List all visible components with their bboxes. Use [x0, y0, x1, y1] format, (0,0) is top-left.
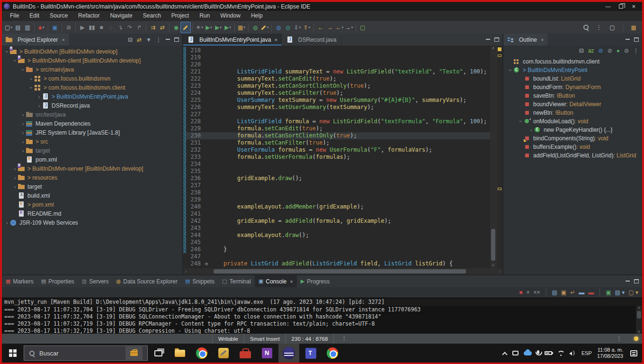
code-line[interactable]: 241 [183, 210, 490, 218]
onedrive-icon[interactable] [524, 351, 532, 355]
menu-file[interactable]: File [5, 11, 24, 20]
taskbar-app-chrome-2[interactable] [322, 344, 343, 363]
menu-run[interactable]: Run [194, 11, 215, 20]
maximize-panel-button[interactable] [634, 279, 639, 283]
pin-console-button[interactable]: ▣ [606, 290, 611, 295]
disconnect-button[interactable]: ◌ [106, 22, 116, 33]
save-all-button[interactable]: ▥ [23, 22, 32, 33]
remove-launch-button[interactable]: × [526, 290, 529, 295]
step-over-button[interactable]: ↷ [125, 22, 134, 33]
menu-edit[interactable]: Edit [24, 11, 45, 20]
menu-project[interactable]: Project [166, 11, 194, 20]
expand-chevron-icon[interactable]: › [36, 103, 42, 109]
tree-item[interactable]: ›DSRecord.java [2, 101, 182, 110]
tree-item[interactable]: ›> BuiltInDsMvn-client [BuiltInDsMvn dev… [2, 56, 182, 65]
record-snapshot-button[interactable]: ◉ [171, 22, 181, 33]
taskbar-app-onenote[interactable] [257, 344, 277, 363]
status-overflow-icon[interactable]: ⋮ [609, 336, 629, 342]
back-history-button[interactable]: ← [316, 22, 325, 33]
tree-item[interactable]: pom.xml [2, 155, 182, 164]
outline-item[interactable]: newBtn : IButton [503, 109, 642, 117]
scroll-lock-button[interactable]: ▣ [561, 290, 566, 295]
tree-item[interactable]: > pom.xml [2, 200, 182, 209]
code-line[interactable]: 235 [183, 168, 490, 175]
outline-item[interactable]: ›> BuiltInDsMvnEntryPoint [503, 66, 642, 74]
tree-item[interactable]: ›> BuiltInDsMvn-server [BuiltInDsMvn dev… [2, 164, 182, 173]
code-line[interactable]: 246 } [183, 246, 490, 253]
code-line[interactable]: 226 summaryText.setUserSummary(textSumma… [183, 104, 490, 111]
tree-item[interactable]: ›JSR-109 Web Services [2, 218, 182, 227]
open-console-button[interactable]: ▢ ▾ [628, 290, 638, 295]
code-line[interactable]: 220 [183, 61, 490, 68]
editor-tab[interactable]: DSRecord.java [282, 34, 341, 46]
tab-console[interactable]: ▣Console× [255, 275, 297, 287]
tab-properties[interactable]: ▤Properties [37, 275, 78, 287]
tree-item[interactable]: ›target [2, 182, 182, 191]
outline-item[interactable]: boundViewer : DetailViewer [503, 100, 642, 109]
tab-terminal[interactable]: ▢Terminal [218, 275, 255, 287]
code-line[interactable]: 218 [183, 47, 490, 54]
tree-item[interactable]: ›> com.focuss.builtindsmvn [2, 74, 182, 83]
tree-item[interactable]: build.xml [2, 191, 182, 200]
start-button[interactable] [2, 344, 24, 363]
outline-item[interactable]: ›onModuleLoad() : void [503, 117, 642, 126]
fold-marker-icon[interactable]: ⊖ [203, 260, 210, 267]
tree-item[interactable]: ›JRE System Library [JavaSE-1.8] [2, 128, 182, 137]
terminate-button[interactable]: ■ [519, 290, 522, 295]
taskbar-app-toolbox[interactable] [235, 344, 256, 363]
menu-source[interactable]: Source [45, 11, 73, 20]
code-line[interactable]: 221 ListGridField summaryText = new List… [183, 68, 490, 75]
code-line[interactable]: 219 [183, 54, 490, 61]
code-area[interactable]: 218219220221 ListGridField summaryText =… [183, 46, 490, 268]
open-task-button[interactable]: ◍ [250, 22, 260, 33]
word-wrap-button[interactable]: ↵ [570, 290, 575, 295]
expand-chevron-icon[interactable]: › [20, 139, 26, 145]
search-button[interactable] [581, 22, 590, 33]
menu-search[interactable]: Search [138, 11, 166, 20]
menu-window[interactable]: Window [215, 11, 246, 20]
scroll-right-icon[interactable]: › [497, 269, 502, 274]
back-button[interactable]: ←▾ [335, 22, 344, 33]
tab-markers[interactable]: ▦Markers [2, 275, 37, 287]
resume-button[interactable]: ▶ [78, 22, 87, 33]
action-center-icon[interactable] [630, 350, 637, 356]
code-line[interactable]: 238 [183, 189, 490, 196]
tree-item[interactable]: ›> BuiltInDsMvn [BuiltInDsMvn develop] [2, 47, 182, 56]
tab-project-explorer[interactable]: Project Explorer × [2, 34, 69, 46]
code-line[interactable]: 228 ListGridField formula = new ListGrid… [183, 118, 490, 125]
hide-non-public-icon[interactable]: ● [617, 48, 620, 54]
minimize-panel-button[interactable] [626, 280, 630, 283]
close-tab-icon[interactable]: × [290, 279, 293, 284]
tree-item[interactable]: README.md [2, 209, 182, 218]
hide-local-types-icon[interactable]: ⊘ [624, 48, 629, 54]
run-button[interactable]: ▶▾ [204, 22, 214, 33]
export-button[interactable]: ⇧▾ [302, 22, 312, 33]
language-indicator[interactable]: ESP [581, 350, 592, 356]
scroll-up-icon[interactable]: ∧ [638, 306, 641, 310]
expand-chevron-icon[interactable]: › [20, 112, 26, 118]
save-button[interactable]: ▤ [13, 22, 23, 33]
taskbar-app-teams[interactable] [300, 344, 321, 363]
tree-item[interactable]: ›> src [2, 137, 182, 146]
import-button[interactable]: ⇩▾ [293, 22, 302, 33]
expand-chevron-icon[interactable]: › [36, 94, 42, 100]
editor-tab[interactable]: BuiltInDsMvnEntryPoint.java× [183, 34, 282, 46]
minimize-view-button[interactable] [166, 38, 170, 42]
tree-item[interactable]: ›> resources [2, 173, 182, 182]
remove-all-terminated-button[interactable]: ×× [533, 290, 540, 295]
scroll-down-icon[interactable]: ∨ [638, 329, 641, 334]
outline-item[interactable]: boundList : ListGrid [503, 74, 642, 83]
code-line[interactable]: 237 [183, 182, 490, 189]
code-line[interactable]: 231 formula.setCanFilter(true); [183, 139, 490, 146]
overview-marker[interactable] [498, 47, 501, 51]
taskbar-app-db-tool[interactable] [213, 344, 234, 363]
skip-breakpoints-button[interactable]: ⊘ [64, 22, 73, 33]
tab-servers[interactable]: ▥Servers [78, 275, 113, 287]
expand-chevron-icon[interactable]: › [12, 184, 18, 190]
new-wizard-button[interactable]: ▢▾ [4, 22, 13, 33]
outline-item[interactable]: com.focuss.builtindsmvn.client [503, 57, 642, 66]
code-line[interactable]: 225 UserSummary textSummary = new UserSu… [183, 97, 490, 104]
step-into-button[interactable]: ↴ [116, 22, 125, 33]
outline-item[interactable]: ›new PageKeyHandler() {...} [503, 126, 642, 134]
tree-item[interactable]: ›> com.focuss.builtindsmvn.client [2, 83, 182, 92]
